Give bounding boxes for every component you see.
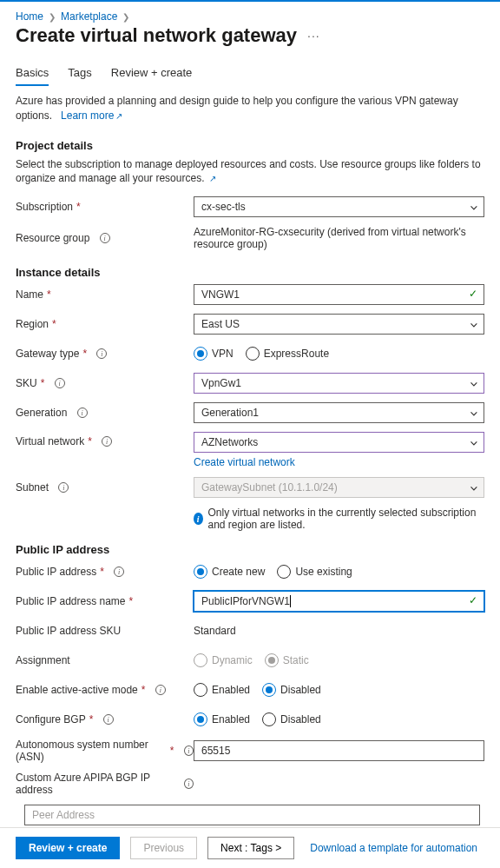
download-template-link[interactable]: Download a template for automation	[310, 842, 477, 854]
intro-text: Azure has provided a planning and design…	[16, 94, 484, 123]
chevron-right-icon: ❯	[49, 12, 56, 22]
region-select[interactable]: East US	[194, 314, 484, 335]
section-instance-details: Instance details	[16, 266, 484, 279]
generation-label: Generation	[16, 407, 67, 419]
external-link-icon: ↗	[115, 111, 122, 121]
radio-dynamic: Dynamic	[194, 653, 253, 667]
resource-group-value: AzureMonitor-RG-cxsecurity (derived from…	[194, 226, 484, 250]
section-project-details: Project details	[16, 139, 484, 152]
radio-create-new[interactable]: Create new	[194, 565, 265, 579]
virtual-network-select[interactable]: AZNetworks	[194, 432, 484, 453]
info-icon[interactable]: i	[184, 779, 194, 789]
breadcrumb: Home ❯ Marketplace ❯	[16, 10, 484, 23]
peer-address-input[interactable]: Peer Address	[24, 805, 480, 825]
subnet-select: GatewaySubnet (10.1.1.0/24)	[194, 477, 484, 498]
radio-aa-enabled[interactable]: Enabled	[194, 683, 250, 697]
info-icon[interactable]: i	[100, 233, 110, 243]
previous-button: Previous	[130, 837, 197, 859]
review-create-button[interactable]: Review + create	[16, 837, 120, 859]
vnet-info-banner: i Only virtual networks in the currently…	[194, 507, 484, 531]
learn-more-link[interactable]: Learn more↗	[61, 109, 122, 122]
generation-select[interactable]: Generation1	[194, 402, 484, 423]
resource-group-label: Resource group	[16, 232, 89, 244]
project-desc: Select the subscription to manage deploy…	[16, 157, 484, 187]
info-icon[interactable]: i	[55, 378, 65, 388]
asn-input[interactable]: 65515	[194, 740, 484, 761]
active-active-label: Enable active-active mode	[16, 684, 138, 696]
subscription-label: Subscription	[16, 201, 73, 213]
public-ip-label: Public IP address	[16, 566, 96, 578]
name-label: Name	[16, 288, 43, 301]
gateway-type-label: Gateway type	[16, 348, 79, 360]
info-icon[interactable]: i	[77, 407, 88, 418]
public-ip-name-input[interactable]: PublicIPforVNGW1	[194, 591, 484, 612]
tab-tags[interactable]: Tags	[68, 63, 91, 86]
info-icon[interactable]: i	[184, 745, 194, 756]
subscription-select[interactable]: cx-sec-tls	[194, 196, 484, 217]
radio-bgp-disabled[interactable]: Disabled	[262, 712, 321, 726]
public-ip-sku-value: Standard	[194, 625, 236, 637]
info-icon[interactable]: i	[102, 436, 112, 447]
radio-bgp-enabled[interactable]: Enabled	[194, 712, 250, 726]
tab-review[interactable]: Review + create	[111, 63, 193, 86]
asn-label: Autonomous system number (ASN)	[16, 739, 167, 763]
page-title: Create virtual network gateway	[16, 24, 297, 47]
chevron-right-icon: ❯	[122, 12, 129, 22]
virtual-network-label: Virtual network	[16, 435, 84, 447]
public-ip-sku-label: Public IP address SKU	[16, 625, 121, 637]
assignment-label: Assignment	[16, 654, 70, 666]
more-icon[interactable]: ···	[307, 29, 320, 43]
breadcrumb-home[interactable]: Home	[16, 10, 43, 23]
info-icon[interactable]: i	[114, 567, 124, 577]
info-icon[interactable]: i	[58, 482, 69, 493]
next-tags-button[interactable]: Next : Tags >	[207, 837, 294, 859]
sku-select[interactable]: VpnGw1	[194, 373, 484, 394]
tabs: Basics Tags Review + create	[16, 63, 484, 87]
sku-label: SKU	[16, 377, 37, 389]
tab-basics[interactable]: Basics	[16, 63, 49, 86]
info-icon[interactable]: i	[155, 685, 166, 695]
footer: Review + create Previous Next : Tags > D…	[0, 827, 500, 868]
info-icon[interactable]: i	[103, 714, 114, 725]
radio-expressroute[interactable]: ExpressRoute	[246, 347, 329, 361]
section-public-ip: Public IP address	[16, 543, 484, 556]
name-input[interactable]: VNGW1	[194, 284, 484, 305]
radio-vpn[interactable]: VPN	[194, 347, 234, 361]
breadcrumb-marketplace[interactable]: Marketplace	[61, 10, 117, 23]
public-ip-name-label: Public IP address name	[16, 595, 126, 607]
subnet-label: Subnet	[16, 481, 49, 494]
info-icon[interactable]: i	[96, 348, 107, 359]
info-icon: i	[194, 513, 203, 525]
create-virtual-network-link[interactable]: Create virtual network	[194, 456, 484, 468]
radio-use-existing[interactable]: Use existing	[277, 565, 352, 579]
apipa-label: Custom Azure APIPA BGP IP address	[16, 772, 174, 796]
radio-static: Static	[265, 653, 309, 667]
radio-aa-disabled[interactable]: Disabled	[262, 683, 321, 697]
region-label: Region	[16, 318, 49, 330]
external-link-icon: ↗	[209, 174, 216, 183]
configure-bgp-label: Configure BGP	[16, 713, 86, 726]
